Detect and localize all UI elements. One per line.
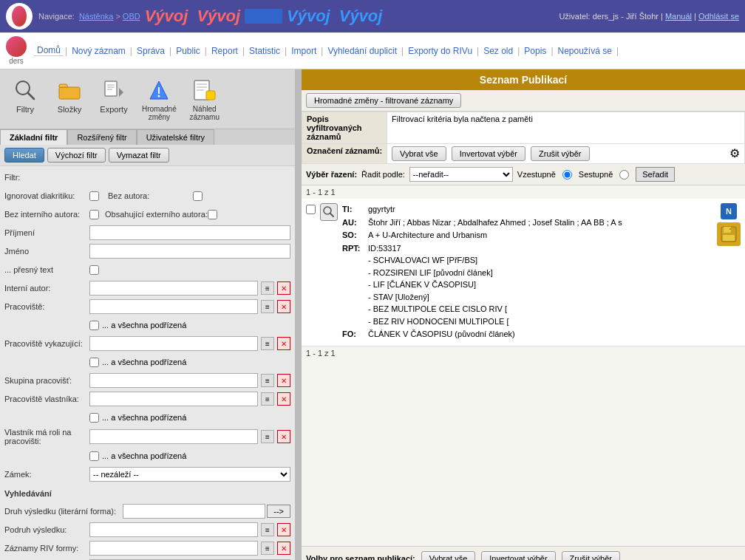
pub-save-icon[interactable] — [717, 222, 741, 246]
vybrat-vse-btn[interactable]: Vybrat vše — [392, 146, 446, 161]
podrizena2-checkbox[interactable] — [89, 358, 99, 367]
podruh-list-btn[interactable]: ≡ — [261, 523, 274, 536]
tab-extended-filter[interactable]: Rozšířený filtr — [67, 129, 136, 145]
skupina-input[interactable]: -- nevybráno -- — [89, 373, 258, 388]
toolbar-exporty-label: Exporty — [100, 105, 127, 114]
zaznamy-riv-clear-btn[interactable]: ✕ — [277, 542, 290, 555]
nav-sez-old[interactable]: Sez old — [480, 46, 516, 56]
pracoviste-vykazujici-list-btn[interactable]: ≡ — [261, 337, 274, 350]
podrizena1-checkbox[interactable] — [89, 321, 99, 330]
bez-autora-checkbox[interactable] — [193, 191, 203, 201]
toolbar-hromadne[interactable]: Hromadnézměny — [136, 74, 183, 124]
toolbar-exporty[interactable]: Exporty — [92, 74, 136, 124]
nav-home-link[interactable]: Nástěnka — [79, 12, 113, 21]
nav-exporty-rivu[interactable]: Exporty do RIVu — [405, 46, 475, 56]
pub-checkbox[interactable] — [306, 205, 316, 214]
nav-vyhledani-duplicit[interactable]: Vyhledání duplicit — [324, 46, 400, 56]
druh-arrow-btn[interactable]: --> — [267, 505, 290, 518]
vyber-razeni-label: Výběr řazení: — [306, 170, 357, 179]
pracoviste-vykazujici-clear-btn[interactable]: ✕ — [277, 337, 290, 350]
interni-autor-label: Interní autor: — [4, 284, 89, 293]
zamek-select[interactable]: -- nezáleží -- — [89, 467, 290, 482]
vymazat-filtr-button[interactable]: Vymazat filtr — [109, 148, 169, 163]
pub-so-value: A + U-Architecture and Urbanism — [368, 229, 712, 242]
hromadne-zmeny-btn[interactable]: Hromadné změny - filtrované záznamy — [306, 93, 461, 108]
nav-novy-zaznam[interactable]: Nový záznam — [69, 46, 129, 56]
nav-obd-link[interactable]: OBD — [123, 12, 140, 21]
toolbar-slozky[interactable]: Složky — [47, 74, 92, 124]
filter-tabs: Základní filtr Rozšířený filtr Uživatels… — [0, 129, 295, 145]
interni-autor-clear-btn[interactable]: ✕ — [277, 281, 290, 295]
zaznamy-riv-list-btn[interactable]: ≡ — [261, 542, 274, 555]
skupina-clear-btn[interactable]: ✕ — [277, 374, 290, 387]
podrizena2-text: ... a všechna podřízená — [102, 358, 186, 366]
logout-link[interactable]: Odhlásit se — [698, 12, 739, 21]
pub-search-icon[interactable] — [320, 203, 338, 221]
tab-user-filter[interactable]: Uživatelské filtry — [137, 129, 214, 145]
seradit-btn[interactable]: Seřadit — [636, 167, 675, 182]
filter-form: Filtr: Ignorovat diakritiku: Bez autora:… — [0, 166, 295, 560]
popis-value: Filtrovací kritéria byla načtena z pamět… — [387, 112, 745, 144]
sort-select[interactable]: --neřadit-- — [409, 167, 513, 182]
nav-statistic[interactable]: Statistic — [246, 46, 283, 56]
tab-basic-filter[interactable]: Základní filtr — [0, 129, 67, 145]
vyhledavani-title: Vyhledávání — [4, 489, 52, 498]
interni-autor-list-btn[interactable]: ≡ — [261, 281, 274, 295]
panel-toolbar: Hromadné změny - filtrované záznamy — [302, 90, 745, 112]
invertovat-vyber-btn[interactable]: Invertovat výběr — [452, 146, 525, 161]
prijmeni-input[interactable] — [89, 225, 290, 240]
pracoviste-input[interactable]: -- nevybráno -- — [89, 299, 258, 314]
pracoviste-vlastnika-input[interactable]: -- nevybráno -- — [89, 392, 258, 406]
vychozi-filtr-button[interactable]: Výchozí filtr — [47, 148, 106, 163]
sestupne-radio[interactable] — [619, 170, 629, 180]
zaznamy-riv-input[interactable]: -- nevybráno -- — [89, 541, 258, 556]
bottom-invertovat-btn[interactable]: Invertovat výběr — [481, 551, 555, 560]
pub-so-row: SO: A + U-Architecture and Urbanism — [342, 229, 712, 242]
obsahujici-checkbox[interactable] — [208, 210, 217, 219]
pub-n-icon[interactable]: N — [721, 203, 737, 219]
pracoviste-vlastnika-list-btn[interactable]: ≡ — [261, 392, 274, 406]
podruh-clear-btn[interactable]: ✕ — [277, 523, 290, 536]
bottom-zrusit-btn[interactable]: Zrušit výběr — [562, 551, 620, 560]
vzestupne-radio[interactable] — [562, 170, 572, 180]
vlastnik-role-list-btn[interactable]: ≡ — [261, 430, 274, 443]
vlastnik-role-input[interactable]: -- nevybráno -- — [89, 429, 258, 444]
hledat-button[interactable]: Hledat — [4, 148, 44, 163]
interni-autor-input[interactable]: Štohr Jiří — [89, 281, 258, 296]
bottom-vybrat-vse-btn[interactable]: Vybrat vše — [421, 551, 476, 560]
manual-link[interactable]: Manuál — [665, 12, 692, 21]
zrusit-vyber-btn[interactable]: Zrušit výběr — [531, 146, 589, 161]
pracoviste-list-btn[interactable]: ≡ — [261, 300, 274, 313]
skupina-row: Skupina pracovišť: -- nevybráno -- ≡ ✕ — [4, 372, 290, 389]
nav-popis[interactable]: Popis — [521, 46, 549, 56]
nav-label: Navigace: — [38, 12, 75, 21]
toolbar-nahled[interactable]: Náhledzáznamu — [183, 74, 227, 124]
nahled-icon — [191, 77, 218, 103]
vlastnik-role-clear-btn[interactable]: ✕ — [277, 430, 290, 443]
presny-text-checkbox[interactable] — [89, 265, 99, 275]
bez-interniho-checkbox[interactable] — [89, 210, 99, 219]
pracoviste-vykazujici-input[interactable]: -- nevybráno -- — [89, 336, 258, 351]
druh-input[interactable]: Nic nevybráno — [123, 504, 265, 519]
jmeno-input[interactable] — [89, 244, 290, 259]
nav-report[interactable]: Report — [208, 46, 241, 56]
oznaceni-controls: Vybrat vše Invertovat výběr Zrušit výběr… — [387, 144, 745, 164]
count-row-top: 1 - 1 z 1 — [302, 185, 745, 199]
podrizena4-checkbox[interactable] — [89, 451, 99, 461]
pracoviste-vykazujici-row: Pracoviště vykazující: -- nevybráno -- ≡… — [4, 335, 290, 352]
podrizena3-checkbox[interactable] — [89, 413, 99, 423]
nav-import[interactable]: Import — [288, 46, 319, 56]
toolbar-filtry[interactable]: Filtry — [3, 74, 47, 124]
pracoviste-vlastnika-clear-btn[interactable]: ✕ — [277, 392, 290, 406]
podruh-input[interactable]: -- nevybráno -- — [89, 522, 258, 537]
pracoviste-clear-btn[interactable]: ✕ — [277, 300, 290, 313]
nav-domu[interactable]: Domů — [34, 45, 64, 56]
nav-public[interactable]: Public — [173, 46, 203, 56]
pub-ti-label: Tl: — [342, 203, 368, 216]
nav-sprava[interactable]: Správa — [134, 46, 168, 56]
ignorovat-checkbox[interactable] — [89, 191, 99, 201]
settings-icon[interactable]: ⚙ — [729, 146, 740, 160]
nav-nepouziva-se[interactable]: Nepoužívá se — [555, 46, 615, 56]
skupina-list-btn[interactable]: ≡ — [261, 374, 274, 387]
obsahujici-label: Obsahující externího autora: — [105, 210, 208, 219]
